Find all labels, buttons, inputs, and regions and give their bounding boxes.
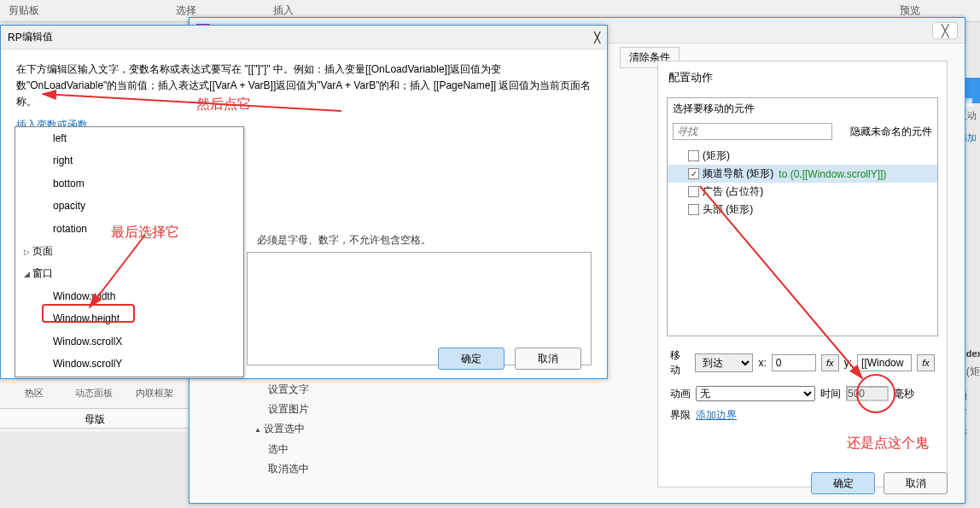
outer-close-button[interactable]: ╳ <box>932 22 958 39</box>
anim-label: 动画 <box>670 387 691 401</box>
edit-dialog-title: 编辑值 <box>22 30 53 44</box>
anim-row: 动画 无 时间 毫秒 <box>658 382 947 405</box>
edit-close-button[interactable]: ╳ <box>594 32 600 44</box>
add-bound-link[interactable]: 添加边界 <box>696 408 737 423</box>
edit-cancel-button[interactable]: 取消 <box>515 347 581 370</box>
config-action-panel: 配置动作 选择要移动的元件 隐藏未命名的元件 (矩形) 频道导航 (矩形) to… <box>657 61 948 488</box>
x-label: x: <box>758 357 766 369</box>
bound-row: 界限 添加边界 <box>658 405 947 426</box>
time-label: 时间 <box>820 387 841 401</box>
config-title: 配置动作 <box>658 61 947 94</box>
time-input[interactable] <box>846 386 889 401</box>
suggest-item[interactable]: right <box>15 149 243 172</box>
widget-item[interactable]: (矩形) <box>668 147 937 165</box>
hide-unnamed-checkbox[interactable]: 隐藏未命名的元件 <box>837 125 932 139</box>
y-label: y: <box>844 357 852 369</box>
widget-list: (矩形) 频道导航 (矩形) to (0,[[Window.scrollY]])… <box>668 143 937 222</box>
widget-item[interactable]: 广告 (占位符) <box>668 183 937 201</box>
action-tree-bg: 设置文字 设置图片 ▲设置选中 选中 取消选中 <box>248 380 367 479</box>
move-label: 移动 <box>670 348 690 377</box>
suggest-group-window[interactable]: ◢窗口 <box>15 262 243 284</box>
menu-clipboard: 剪贴板 <box>9 3 39 18</box>
fx-button-x[interactable]: fx <box>821 354 839 371</box>
widget-item-selected[interactable]: 频道导航 (矩形) to (0,[[Window.scrollY]]) <box>668 165 937 183</box>
local-vars-hint: 必须是字母、数字，不允许包含空格。 <box>257 233 431 248</box>
left-label-inner: 内联框架 <box>136 387 173 400</box>
app-icon: RP <box>8 32 22 44</box>
suggest-group-page[interactable]: ▷页面 <box>15 240 243 262</box>
tree-set-select[interactable]: ▲设置选中 <box>248 419 367 439</box>
suggest-item[interactable]: left <box>15 127 243 149</box>
tree-deselect[interactable]: 取消选中 <box>248 459 367 479</box>
tree-select[interactable]: 选中 <box>248 440 367 459</box>
suggest-item[interactable]: Window.scrollX <box>15 330 243 353</box>
fx-button-y[interactable]: fx <box>917 354 935 371</box>
suggest-item[interactable]: Window.height <box>15 307 243 330</box>
suggest-group-cursor[interactable]: ◢滑鼠指标 <box>15 375 243 377</box>
select-widgets-box: 选择要移动的元件 隐藏未命名的元件 (矩形) 频道导航 (矩形) to (0,[… <box>667 97 938 336</box>
time-unit: 毫秒 <box>894 387 914 401</box>
move-row: 移动 到达 x: fx y: fx <box>658 343 947 382</box>
menu-preview: 预览 <box>900 3 920 18</box>
tree-set-text[interactable]: 设置文字 <box>248 380 367 400</box>
left-tab-master[interactable]: 母版 <box>0 408 189 429</box>
move-mode-select[interactable]: 到达 <box>695 353 754 372</box>
left-label-area: 热区 <box>25 387 44 400</box>
widget-item[interactable]: 头部 (矩形) <box>668 201 937 219</box>
suggestion-dropdown: left right bottom opacity rotation ▷页面 ◢… <box>15 126 244 377</box>
anim-select[interactable]: 无 <box>696 386 815 401</box>
suggest-item[interactable]: opacity <box>15 195 243 217</box>
suggest-item-scrolly[interactable]: Window.scrollY <box>15 353 243 375</box>
bound-label: 界限 <box>670 408 691 423</box>
menu-select: 选择 <box>176 3 196 18</box>
menu-insert: 插入 <box>273 3 294 18</box>
left-label-dynamic: 动态面板 <box>75 387 113 400</box>
outer-ok-button[interactable]: 确定 <box>811 472 875 494</box>
select-widgets-title: 选择要移动的元件 <box>668 98 937 120</box>
x-input[interactable] <box>772 354 816 371</box>
suggest-item[interactable]: bottom <box>15 172 243 195</box>
outer-dialog-buttons: 确定 取消 <box>811 472 948 494</box>
edit-instructions: 在下方编辑区输入文字，变数名称或表达式要写在 "[["]"]" 中。例如：插入变… <box>1 50 607 118</box>
edit-ok-button[interactable]: 确定 <box>438 347 505 370</box>
widget-search-input[interactable] <box>673 123 832 140</box>
y-input[interactable] <box>857 354 912 371</box>
outer-cancel-button[interactable]: 取消 <box>884 472 948 494</box>
edit-title-bar: RP 编辑值 ╳ <box>1 26 607 50</box>
suggest-item[interactable]: rotation <box>15 218 243 240</box>
tree-set-image[interactable]: 设置图片 <box>248 400 367 419</box>
suggest-item[interactable]: Window.width <box>15 285 243 307</box>
